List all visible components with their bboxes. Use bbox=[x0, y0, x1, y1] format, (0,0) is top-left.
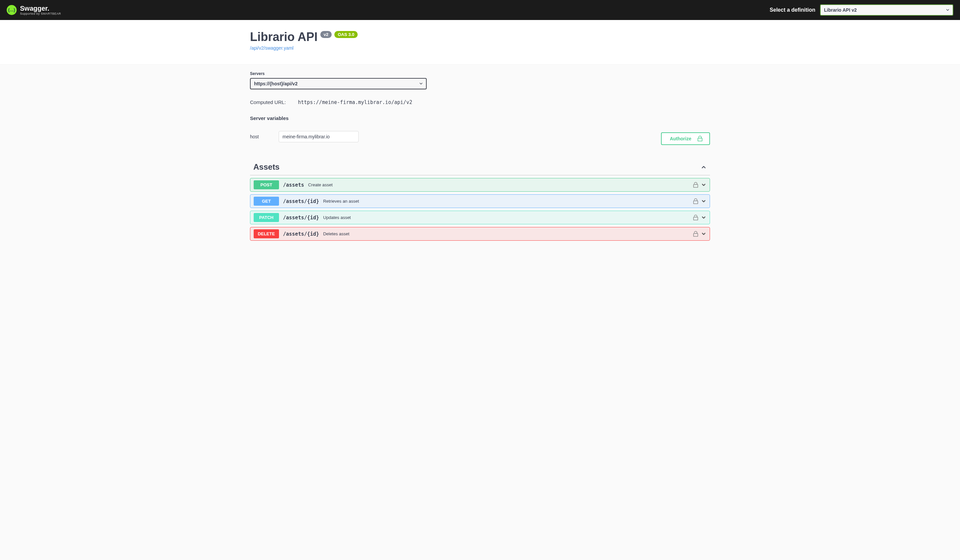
server-variable-name: host bbox=[250, 134, 259, 139]
swagger-logo-icon: {…} bbox=[7, 5, 17, 15]
oas-badge: OAS 3.0 bbox=[334, 31, 358, 38]
lock-icon bbox=[693, 198, 698, 204]
computed-url-row: Computed URL: https://meine-firma.mylibr… bbox=[250, 99, 710, 105]
operation-path: /assets/{id} bbox=[283, 231, 319, 237]
authorize-button[interactable]: Authorize bbox=[661, 132, 710, 145]
operation-summary: Create asset bbox=[308, 182, 333, 187]
server-variables-table: host bbox=[250, 131, 710, 142]
definition-select-wrap: Librario API v2 bbox=[820, 4, 953, 16]
operation-summary: Updates asset bbox=[323, 215, 350, 220]
servers-section: Servers https://{host}/api/v2 Computed U… bbox=[0, 65, 960, 152]
api-info-section: Librario API v2 OAS 3.0 /api/v2/swagger.… bbox=[0, 20, 960, 65]
operation-path: /assets/{id} bbox=[283, 198, 319, 204]
definition-select[interactable]: Librario API v2 bbox=[820, 4, 953, 16]
server-select-wrap: https://{host}/api/v2 bbox=[250, 78, 427, 89]
http-method-badge: GET bbox=[254, 197, 279, 206]
tag-title: Assets bbox=[253, 162, 280, 172]
chevron-down-icon bbox=[701, 199, 706, 204]
swagger-logo[interactable]: {…} Swagger. Supported by SMARTBEAR bbox=[7, 5, 61, 15]
authorize-label: Authorize bbox=[670, 136, 691, 141]
computed-url-value: https://meine-firma.mylibrar.io/api/v2 bbox=[298, 99, 412, 105]
topbar: {…} Swagger. Supported by SMARTBEAR Sele… bbox=[0, 0, 960, 20]
server-variable-row: host bbox=[250, 131, 710, 142]
operation-get[interactable]: GET/assets/{id}Retrieves an asset bbox=[250, 194, 710, 208]
operation-tag: AssetsPOST/assetsCreate assetGET/assets/… bbox=[250, 159, 710, 241]
spec-url-link[interactable]: /api/v2/swagger.yaml bbox=[250, 45, 294, 51]
api-title: Librario API bbox=[250, 30, 318, 44]
operations-section: AssetsPOST/assetsCreate assetGET/assets/… bbox=[0, 152, 960, 254]
lock-icon bbox=[693, 182, 698, 188]
operation-post[interactable]: POST/assetsCreate asset bbox=[250, 178, 710, 192]
operation-summary: Retrieves an asset bbox=[323, 199, 359, 204]
server-variable-input[interactable] bbox=[279, 131, 359, 142]
select-definition-label: Select a definition bbox=[770, 7, 815, 13]
http-method-badge: DELETE bbox=[254, 229, 279, 238]
chevron-down-icon bbox=[701, 231, 706, 237]
chevron-down-icon bbox=[701, 182, 706, 188]
lock-icon bbox=[693, 231, 698, 237]
server-select[interactable]: https://{host}/api/v2 bbox=[250, 78, 427, 89]
api-version-badge: v2 bbox=[320, 31, 332, 38]
operation-summary: Deletes asset bbox=[323, 231, 349, 236]
lock-icon bbox=[693, 215, 698, 221]
operation-delete[interactable]: DELETE/assets/{id}Deletes asset bbox=[250, 227, 710, 241]
definition-selector-block: Select a definition Librario API v2 bbox=[770, 4, 953, 16]
http-method-badge: POST bbox=[254, 180, 279, 189]
logo-text: Swagger. bbox=[20, 5, 61, 12]
tag-header[interactable]: Assets bbox=[250, 159, 710, 175]
computed-url-label: Computed URL: bbox=[250, 99, 286, 105]
operation-path: /assets bbox=[283, 182, 304, 188]
logo-subtext: Supported by SMARTBEAR bbox=[20, 12, 61, 15]
servers-label: Servers bbox=[250, 71, 710, 76]
operation-path: /assets/{id} bbox=[283, 215, 319, 221]
chevron-down-icon bbox=[701, 215, 706, 220]
http-method-badge: PATCH bbox=[254, 213, 279, 222]
authorize-wrapper: Authorize bbox=[661, 132, 710, 145]
chevron-up-icon bbox=[701, 164, 707, 170]
server-variables-heading: Server variables bbox=[250, 115, 710, 121]
operation-patch[interactable]: PATCH/assets/{id}Updates asset bbox=[250, 211, 710, 224]
unlock-icon bbox=[697, 136, 702, 142]
